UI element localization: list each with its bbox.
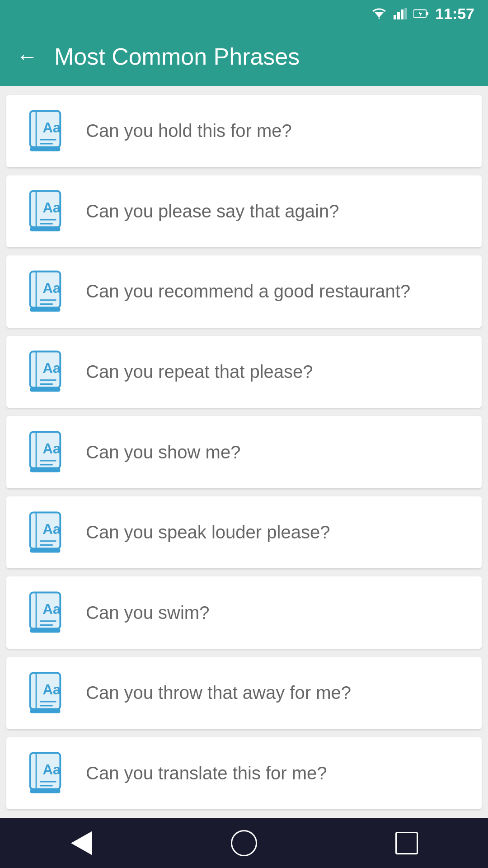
phrase-text: Can you throw that away for me?: [86, 683, 351, 703]
svg-text:Aa: Aa: [42, 120, 61, 136]
svg-text:Aa: Aa: [42, 601, 61, 617]
svg-text:Aa: Aa: [42, 521, 61, 537]
signal-icon: [394, 8, 407, 19]
list-item[interactable]: Aa Can you recommend a good restaurant?: [6, 255, 482, 328]
book-icon: Aa: [23, 189, 68, 234]
svg-marker-0: [375, 12, 384, 18]
svg-rect-71: [30, 789, 61, 793]
book-icon: Aa: [23, 590, 68, 635]
svg-rect-4: [401, 9, 404, 19]
svg-rect-22: [30, 227, 61, 231]
list-item[interactable]: Aa Can you repeat that please?: [6, 336, 482, 408]
svg-marker-1: [378, 18, 380, 19]
svg-rect-36: [30, 388, 61, 392]
bottom-navigation: [0, 818, 488, 868]
list-item[interactable]: Aa Can you show me?: [6, 416, 482, 488]
svg-text:Aa: Aa: [42, 682, 61, 698]
app-title: Most Common Phrases: [54, 43, 300, 70]
status-icons: 11:57: [371, 5, 474, 23]
svg-rect-2: [394, 15, 396, 19]
book-icon: Aa: [23, 349, 68, 394]
svg-rect-64: [30, 709, 61, 713]
phrase-text: Can you hold this for me?: [86, 121, 292, 141]
book-icon: Aa: [23, 108, 68, 154]
svg-text:Aa: Aa: [42, 200, 61, 216]
svg-marker-8: [418, 10, 422, 17]
list-item[interactable]: Aa Can you throw that away for me?: [6, 657, 482, 729]
list-item[interactable]: Aa Can you swim?: [6, 576, 482, 649]
list-item[interactable]: Aa Can you hold this for me?: [6, 95, 482, 167]
svg-rect-50: [30, 548, 61, 552]
phrase-text: Can you translate this for me?: [86, 763, 327, 783]
nav-back-button[interactable]: [63, 825, 99, 861]
book-icon: Aa: [23, 269, 68, 314]
svg-rect-15: [30, 147, 61, 151]
svg-rect-57: [30, 629, 61, 633]
nav-recents-button[interactable]: [389, 825, 425, 861]
phrase-text: Can you please say that again?: [86, 201, 339, 222]
book-icon: Aa: [23, 510, 68, 555]
book-icon: Aa: [23, 670, 68, 716]
app-bar: ← Most Common Phrases: [0, 27, 488, 86]
phrase-text: Can you recommend a good restaurant?: [86, 281, 410, 302]
svg-text:Aa: Aa: [42, 361, 61, 377]
svg-text:Aa: Aa: [42, 762, 61, 778]
svg-text:Aa: Aa: [42, 441, 61, 457]
status-bar: 11:57: [0, 0, 488, 27]
list-item[interactable]: Aa Can you translate this for me?: [6, 737, 482, 810]
phrase-list: Aa Can you hold this for me? Aa: [0, 86, 488, 818]
list-item[interactable]: Aa Can you please say that again?: [6, 175, 482, 248]
svg-rect-43: [30, 468, 61, 472]
phrase-text: Can you show me?: [86, 442, 240, 462]
svg-rect-29: [30, 307, 61, 311]
book-icon: Aa: [23, 750, 68, 796]
phrase-text: Can you speak louder please?: [86, 522, 330, 542]
book-icon: Aa: [23, 429, 68, 475]
nav-home-button[interactable]: [226, 825, 262, 861]
svg-rect-3: [397, 12, 400, 19]
list-item[interactable]: Aa Can you speak louder please?: [6, 496, 482, 569]
phrase-text: Can you swim?: [86, 603, 209, 623]
status-time: 11:57: [435, 5, 474, 23]
back-button[interactable]: ←: [16, 46, 38, 67]
svg-text:Aa: Aa: [42, 280, 61, 296]
phrase-text: Can you repeat that please?: [86, 362, 313, 382]
svg-rect-5: [404, 8, 407, 19]
wifi-icon: [371, 8, 387, 19]
svg-rect-7: [426, 12, 428, 15]
battery-icon: [413, 8, 429, 19]
